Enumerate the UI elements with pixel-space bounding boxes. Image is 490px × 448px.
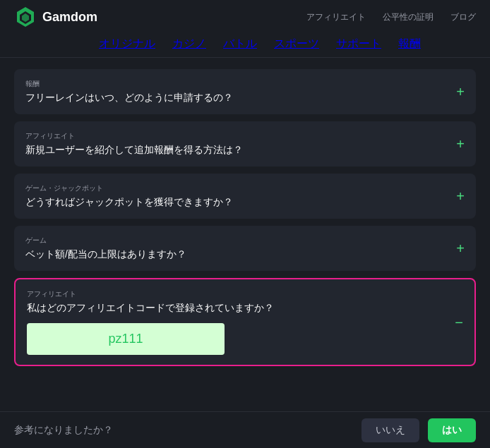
- faq-toggle-5[interactable]: −: [455, 315, 463, 329]
- faq-item-3[interactable]: ゲーム・ジャックポット どうすればジャックポットを獲得できますか？ +: [14, 174, 476, 219]
- header-top: Gamdom アフィリエイト 公平性の証明 ブログ: [14, 0, 476, 31]
- header: Gamdom アフィリエイト 公平性の証明 ブログ オリジナル カジノ バトル …: [0, 0, 490, 58]
- yes-button[interactable]: はい: [428, 418, 476, 442]
- logo-icon: [14, 6, 37, 28]
- nav-rewards[interactable]: 報酬: [398, 37, 421, 52]
- no-button[interactable]: いいえ: [361, 418, 419, 442]
- nav-top-fairness[interactable]: 公平性の証明: [383, 11, 434, 23]
- faq-item-1[interactable]: 報酬 フリーレインはいつ、どのように申請するの？ +: [14, 69, 476, 114]
- faq-item-4[interactable]: ゲーム ベット額/配当の上限はありますか？ +: [14, 226, 476, 271]
- faq-list: 報酬 フリーレインはいつ、どのように申請するの？ + アフィリエイト 新規ユーザ…: [0, 58, 490, 406]
- faq-question-4: ベット額/配当の上限はありますか？: [25, 248, 465, 261]
- bottom-actions: いいえ はい: [361, 418, 476, 442]
- faq-category-2: アフィリエイト: [25, 131, 465, 141]
- faq-category-1: 報酬: [25, 79, 465, 89]
- faq-toggle-2[interactable]: +: [456, 137, 465, 151]
- faq-toggle-4[interactable]: +: [456, 241, 465, 255]
- logo-text: Gamdom: [42, 10, 97, 25]
- faq-item-5[interactable]: アフィリエイト 私はどのアフィリエイトコードで登録されていますか？ −: [14, 278, 476, 366]
- helpful-text: 参考になりましたか？: [14, 424, 361, 437]
- faq-toggle-3[interactable]: +: [456, 189, 465, 203]
- logo[interactable]: Gamdom: [14, 6, 97, 28]
- faq-category-3: ゲーム・ジャックポット: [25, 183, 465, 193]
- faq-toggle-1[interactable]: +: [456, 85, 465, 99]
- nav-casino[interactable]: カジノ: [172, 37, 206, 52]
- nav-top: アフィリエイト 公平性の証明 ブログ: [306, 11, 476, 23]
- nav-sports[interactable]: スポーツ: [274, 37, 319, 52]
- nav-battle[interactable]: バトル: [223, 37, 257, 52]
- nav-top-affiliate[interactable]: アフィリエイト: [306, 11, 366, 23]
- faq-category-5: アフィリエイト: [27, 289, 463, 299]
- nav-top-blog[interactable]: ブログ: [450, 11, 476, 23]
- affiliate-code-input[interactable]: [27, 323, 225, 355]
- faq-question-3: どうすればジャックポットを獲得できますか？: [25, 196, 465, 209]
- faq-question-2: 新規ユーザーを紹介して追加報酬を得る方法は？: [25, 144, 465, 157]
- nav-original[interactable]: オリジナル: [99, 37, 155, 52]
- bottom-bar: 参考になりましたか？ いいえ はい: [0, 411, 490, 448]
- faq-question-5: 私はどのアフィリエイトコードで登録されていますか？: [27, 302, 463, 315]
- header-bottom: オリジナル カジノ バトル スポーツ サポート 報酬: [99, 31, 476, 57]
- faq-category-4: ゲーム: [25, 236, 465, 246]
- faq-question-1: フリーレインはいつ、どのように申請するの？: [25, 92, 465, 104]
- faq-item-2[interactable]: アフィリエイト 新規ユーザーを紹介して追加報酬を得る方法は？ +: [14, 121, 476, 167]
- nav-support[interactable]: サポート: [336, 37, 381, 52]
